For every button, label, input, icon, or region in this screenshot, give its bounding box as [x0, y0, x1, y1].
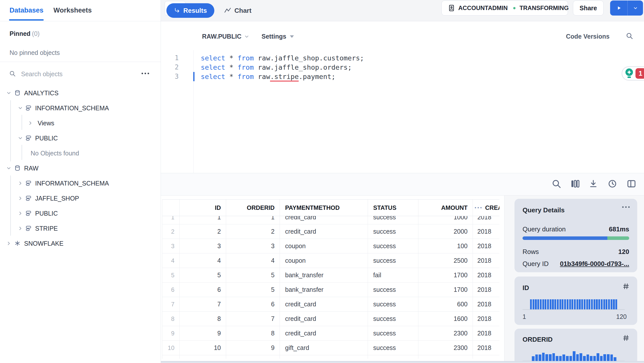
cell-amount[interactable]: 600	[418, 297, 473, 311]
cell-amount[interactable]: 2500	[418, 253, 473, 268]
cell-orderid[interactable]: 4	[226, 253, 280, 268]
cell-paymentmethod[interactable]: bank_transfer	[280, 268, 368, 282]
cell-status[interactable]: success	[368, 224, 418, 239]
chevron-right-icon[interactable]	[18, 211, 23, 216]
history-clock-icon[interactable]	[607, 179, 617, 189]
tree-item-analytics[interactable]: ANALYTICS	[0, 86, 161, 100]
tree-item-information-schema[interactable]: INFORMATION_SCHEMA	[0, 176, 161, 190]
cell-amount[interactable]: 100	[418, 239, 473, 253]
cell-id[interactable]	[180, 355, 226, 359]
table-row[interactable]: 10109gift_cardsuccess23002018	[162, 341, 499, 355]
cell-status[interactable]: success	[368, 326, 418, 340]
table-row[interactable]: 222credit_cardsuccess20002018	[162, 224, 499, 239]
cell-amount[interactable]	[418, 355, 473, 359]
settings-selector[interactable]: Settings	[262, 33, 294, 40]
tree-item-public[interactable]: PUBLIC	[0, 206, 161, 220]
sql-line[interactable]: select * from raw.stripe.payment;	[201, 72, 336, 81]
cell-created[interactable]: 2018	[473, 283, 499, 297]
tree-item-jaffle-shop[interactable]: JAFFLE_SHOP	[0, 191, 161, 205]
editor-suggestions-pill[interactable]: 1	[622, 66, 644, 80]
cell-amount[interactable]: 1700	[418, 268, 473, 282]
cell-amount[interactable]: 1700	[418, 283, 473, 297]
cell-status[interactable]: success	[368, 283, 418, 297]
chevron-down-icon[interactable]	[6, 165, 12, 171]
cell-paymentmethod[interactable]: bank_transfer	[280, 283, 368, 297]
table-row[interactable]: 444couponsuccess25002018	[162, 253, 499, 268]
cell-status[interactable]: success	[368, 239, 418, 253]
cell-created[interactable]: 2018	[473, 326, 499, 340]
cell-status[interactable]	[368, 355, 418, 359]
sidebar-more-menu-icon[interactable]	[142, 73, 149, 74]
chevron-down-icon[interactable]	[6, 90, 12, 96]
column-header-created[interactable]: CREATED	[473, 200, 499, 216]
cell-created[interactable]: 2018	[473, 253, 499, 268]
cell-id[interactable]: 3	[180, 239, 226, 253]
cell-created[interactable]: 2018	[473, 312, 499, 326]
tree-item-information-schema[interactable]: INFORMATION_SCHEMA	[0, 101, 161, 115]
cell-created[interactable]: 2018	[473, 216, 499, 224]
chevron-down-icon[interactable]	[18, 135, 23, 141]
columns-icon[interactable]	[570, 179, 580, 189]
cell-id[interactable]: 7	[180, 297, 226, 311]
table-row[interactable]: 665bank_transfersuccess17002018	[162, 283, 499, 297]
cell-id[interactable]: 10	[180, 341, 226, 355]
run-options-segment[interactable]	[628, 1, 643, 16]
cell-paymentmethod[interactable]: credit_card	[280, 224, 368, 239]
cell-paymentmethod[interactable]: credit_card	[280, 355, 368, 359]
query-id-link[interactable]: 01b349f6-0000-d793-...	[560, 260, 629, 268]
cell-orderid[interactable]	[226, 355, 280, 359]
tab-databases[interactable]: Databases	[10, 7, 43, 14]
chevron-right-icon[interactable]	[28, 120, 33, 126]
tree-item-public[interactable]: PUBLIC	[0, 131, 161, 145]
cell-created[interactable]: 2018	[473, 297, 499, 311]
column-header-id[interactable]: ID	[180, 200, 226, 216]
cell-id[interactable]: 1	[180, 216, 226, 224]
tree-item-raw[interactable]: RAW	[0, 161, 161, 175]
run-query-button[interactable]	[610, 1, 643, 16]
search-objects-input[interactable]	[21, 68, 130, 80]
chevron-down-icon[interactable]	[18, 105, 23, 111]
tree-item-views[interactable]: Views	[0, 116, 161, 130]
column-header-amount[interactable]: AMOUNT	[418, 200, 473, 216]
sql-line[interactable]: select * from raw.jaffle_shop.customers;	[201, 53, 364, 63]
cell-created[interactable]: 2018	[473, 239, 499, 253]
cell-status[interactable]: success	[368, 297, 418, 311]
table-row[interactable]: 776credit_cardsuccess6002018	[162, 297, 499, 312]
table-row[interactable]: 11credit_card	[162, 355, 499, 359]
cell-orderid[interactable]: 7	[226, 312, 280, 326]
tree-item-snowflake[interactable]: SNOWFLAKE	[0, 236, 161, 250]
cell-paymentmethod[interactable]: credit_card	[280, 312, 368, 326]
tree-item-stripe[interactable]: STRIPE	[0, 221, 161, 235]
column-menu-icon[interactable]	[475, 207, 482, 208]
table-row[interactable]: 887credit_cardsuccess16002018	[162, 312, 499, 326]
cell-paymentmethod[interactable]: coupon	[280, 253, 368, 268]
editor-search-icon[interactable]	[626, 32, 633, 40]
cell-id[interactable]: 8	[180, 312, 226, 326]
chevron-right-icon[interactable]	[18, 180, 23, 186]
cell-id[interactable]: 2	[180, 224, 226, 239]
horizontal-scrollbar[interactable]	[161, 361, 644, 363]
share-button[interactable]: Share	[573, 1, 604, 16]
cell-id[interactable]: 4	[180, 253, 226, 268]
cell-id[interactable]: 5	[180, 268, 226, 282]
cell-amount[interactable]: 2000	[418, 224, 473, 239]
tab-results[interactable]: Results	[166, 3, 214, 18]
download-icon[interactable]	[588, 179, 598, 189]
cell-status[interactable]: fail	[368, 268, 418, 282]
cell-orderid[interactable]: 5	[226, 283, 280, 297]
cell-status[interactable]: success	[368, 216, 418, 224]
query-details-menu-icon[interactable]	[622, 206, 630, 208]
sql-line[interactable]: select * from raw.jaffle_shop.orders;	[201, 63, 352, 72]
database-context-selector[interactable]: RAW.PUBLIC	[202, 33, 249, 40]
split-panel-icon[interactable]	[626, 179, 636, 189]
chevron-right-icon[interactable]	[6, 241, 12, 246]
chevron-right-icon[interactable]	[18, 196, 23, 201]
cell-created[interactable]: 2018	[473, 224, 499, 239]
cell-paymentmethod[interactable]: credit_card	[280, 326, 368, 340]
table-row[interactable]: 998credit_cardsuccess23002018	[162, 326, 499, 341]
table-row[interactable]: 333couponsuccess1002018	[162, 239, 499, 253]
cell-paymentmethod[interactable]: gift_card	[280, 341, 368, 355]
table-row[interactable]: 555bank_transferfail17002018	[162, 268, 499, 283]
cell-amount[interactable]: 2300	[418, 326, 473, 340]
cell-orderid[interactable]: 6	[226, 297, 280, 311]
